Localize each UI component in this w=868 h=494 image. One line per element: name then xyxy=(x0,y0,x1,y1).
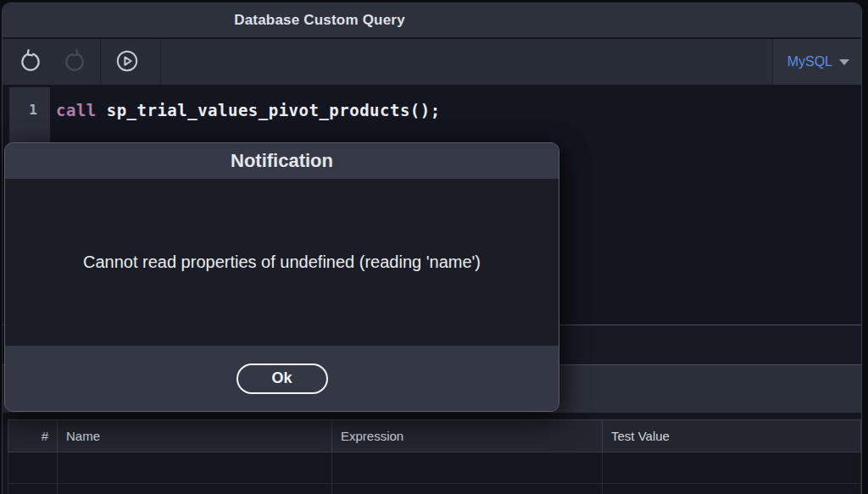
toolbar: MySQL xyxy=(3,39,861,85)
ok-button[interactable]: Ok xyxy=(236,364,328,394)
column-header-index: # xyxy=(8,420,58,452)
table-cell[interactable] xyxy=(603,484,861,494)
sql-keyword: call xyxy=(56,101,97,119)
toolbar-separator xyxy=(100,39,101,85)
table-cell[interactable] xyxy=(8,484,58,494)
table-row xyxy=(8,452,861,484)
column-header-name: Name xyxy=(58,420,332,452)
redo-arrow-icon xyxy=(62,48,87,76)
sql-statement: sp_trial_values_pivot_products(); xyxy=(97,101,441,119)
table-cell[interactable] xyxy=(332,484,603,494)
dialog-footer: Ok xyxy=(5,346,559,411)
dialog-body: Cannot read properties of undefined (rea… xyxy=(5,179,559,346)
run-query-button[interactable] xyxy=(108,39,147,85)
code-line: 1 call sp_trial_values_pivot_products(); xyxy=(3,98,861,122)
table-cell[interactable] xyxy=(603,452,861,484)
dialog-message: Cannot read properties of undefined (rea… xyxy=(83,253,481,272)
sql-dialect-dropdown[interactable]: MySQL xyxy=(772,39,861,85)
undo-button[interactable] xyxy=(11,39,50,85)
window-title: Database Custom Query xyxy=(3,3,637,37)
table-cell[interactable] xyxy=(332,452,603,484)
table-header-row: # Name Expression Test Value xyxy=(8,420,861,452)
undo-arrow-icon xyxy=(18,48,43,76)
column-header-test-value: Test Value xyxy=(603,420,861,452)
table-cell[interactable] xyxy=(58,484,332,494)
column-header-expression: Expression xyxy=(332,420,603,452)
toolbar-separator xyxy=(160,39,161,85)
redo-button[interactable] xyxy=(55,39,94,85)
parameters-table: # Name Expression Test Value xyxy=(8,419,861,494)
table-row xyxy=(8,484,861,494)
table-cell[interactable] xyxy=(58,452,332,484)
line-number: 1 xyxy=(9,98,43,122)
app-background: Database Custom Query xyxy=(0,0,868,494)
code-text: call sp_trial_values_pivot_products(); xyxy=(56,98,441,122)
caret-down-icon xyxy=(839,59,849,65)
panel-gap xyxy=(3,413,861,419)
title-bar: Database Custom Query xyxy=(3,3,861,37)
table-cell[interactable] xyxy=(8,452,58,484)
dialog-title: Notification xyxy=(231,150,333,172)
dialog-header: Notification xyxy=(5,143,559,179)
notification-dialog: Notification Cannot read properties of u… xyxy=(4,142,559,412)
sql-dialect-label: MySQL xyxy=(787,54,832,69)
play-circle-icon xyxy=(114,48,140,76)
